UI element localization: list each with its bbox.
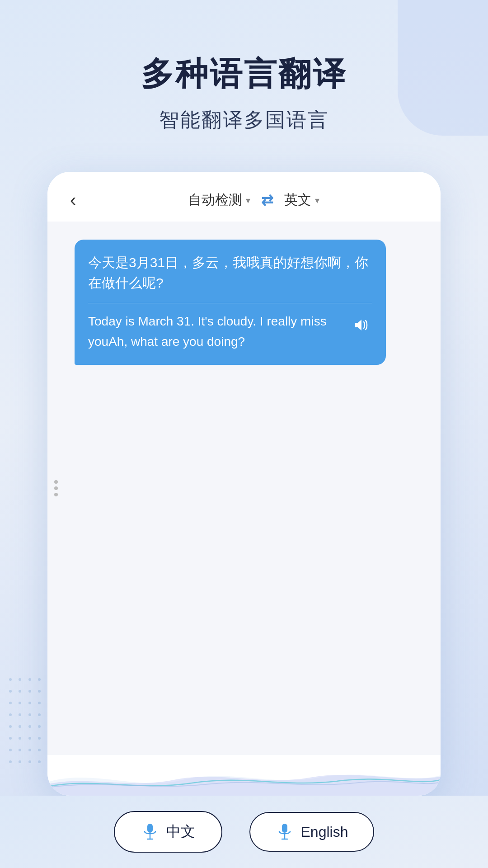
chinese-label: 中文 — [166, 822, 195, 842]
translation-row: Today is March 31. It's cloudy. I really… — [88, 311, 372, 352]
chat-area: 今天是3月31日，多云，我哦真的好想你啊，你在做什么呢? Today is Ma… — [47, 222, 441, 755]
source-language-selector[interactable]: 自动检测 ▾ — [188, 191, 250, 209]
menu-dot-3 — [54, 493, 58, 496]
chinese-mic-icon — [141, 823, 159, 841]
back-button[interactable]: ‹ — [70, 190, 76, 210]
translated-text: Today is March 31. It's cloudy. I really… — [88, 311, 342, 352]
svg-rect-3 — [282, 824, 287, 833]
source-lang-label: 自动检测 — [188, 191, 242, 209]
english-label: English — [301, 824, 348, 840]
svg-rect-0 — [147, 824, 153, 833]
message-bubble: 今天是3月31日，多云，我哦真的好想你啊，你在做什么呢? Today is Ma… — [75, 240, 386, 365]
target-lang-arrow: ▾ — [315, 195, 319, 206]
source-lang-arrow: ▾ — [246, 195, 250, 206]
side-menu[interactable] — [54, 480, 58, 496]
chinese-language-button[interactable]: 中文 — [114, 811, 222, 853]
menu-dot-2 — [54, 486, 58, 490]
english-language-button[interactable]: English — [249, 812, 375, 852]
language-selector: 自动检测 ▾ ⇄ 英文 ▾ — [89, 191, 418, 209]
speaker-button[interactable] — [349, 313, 372, 337]
phone-mockup: ‹ 自动检测 ▾ ⇄ 英文 ▾ 今天是3月31日，多云，我哦真的好想你啊，你在做… — [47, 172, 441, 796]
bottom-bar: 中文 English — [0, 796, 488, 868]
english-mic-icon — [276, 823, 294, 841]
menu-dot-1 — [54, 480, 58, 484]
original-text: 今天是3月31日，多云，我哦真的好想你啊，你在做什么呢? — [88, 252, 372, 303]
target-lang-label: 英文 — [284, 191, 311, 209]
target-language-selector[interactable]: 英文 ▾ — [284, 191, 319, 209]
bg-decoration-top — [398, 0, 488, 136]
swap-languages-button[interactable]: ⇄ — [261, 192, 273, 209]
wave-decoration — [47, 755, 441, 796]
mockup-topbar: ‹ 自动检测 ▾ ⇄ 英文 ▾ — [47, 172, 441, 222]
